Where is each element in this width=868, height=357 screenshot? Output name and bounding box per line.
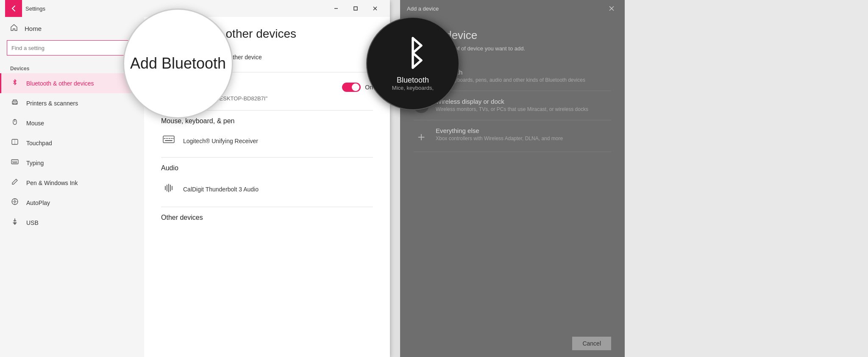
sidebar-item-touchpad-label: Touchpad (26, 140, 52, 147)
search-input[interactable] (7, 40, 137, 55)
dialog-zoom-sublabel: Mice, keyboards, (392, 85, 434, 91)
dialog-display-content: Wireless display or dock Wireless monito… (436, 98, 611, 112)
dialog-everything-title: Everything else (436, 127, 611, 134)
sidebar-item-touchpad[interactable]: Touchpad (0, 133, 144, 153)
usb-icon (10, 218, 19, 227)
autoplay-icon (10, 198, 19, 208)
svg-rect-21 (163, 136, 174, 143)
window-controls (326, 2, 385, 15)
dialog-zoom-content: Bluetooth Mice, keyboards, (392, 36, 434, 91)
svg-rect-12 (11, 160, 18, 164)
dialog-close-button[interactable] (605, 2, 618, 15)
dialog-title-bar: Add a device (400, 0, 625, 17)
audio-device-icon (161, 182, 176, 196)
sidebar-item-autoplay[interactable]: AutoPlay (0, 193, 144, 213)
dialog-bluetooth-desc: Mice, keyboards, pens, audio and other k… (436, 77, 611, 83)
svg-point-19 (14, 201, 16, 202)
mouse-icon (10, 118, 19, 128)
dialog-zoom-label: Bluetooth (392, 76, 434, 85)
keyboard-device-icon (161, 135, 176, 147)
sidebar-item-pen[interactable]: Pen & Windows Ink (0, 173, 144, 193)
back-button[interactable] (5, 0, 22, 17)
dialog-footer: Cancel (400, 330, 625, 357)
logitech-receiver-name: Logitech® Unifying Receiver (183, 138, 258, 144)
dialog-title-text: Add a device (407, 6, 439, 12)
dialog-everything-desc: Xbox controllers with Wireless Adapter, … (436, 136, 611, 141)
settings-window: Settings Home (0, 0, 390, 357)
bluetooth-toggle[interactable] (342, 83, 361, 92)
dialog-bluetooth-content: Bluetooth Mice, keyboards, pens, audio a… (436, 69, 611, 83)
mouse-section-title: Mouse, keyboard, & pen (161, 117, 373, 125)
sidebar-item-mouse-label: Mouse (26, 120, 44, 127)
svg-point-20 (14, 224, 16, 225)
caldigit-audio-name: CalDigit Thunderbolt 3 Audio (183, 186, 259, 193)
toggle-wrapper: On (342, 83, 373, 92)
sidebar-section-devices: Devices (0, 62, 144, 73)
maximize-button[interactable] (346, 2, 365, 15)
sidebar-item-pen-label: Pen & Windows Ink (26, 180, 78, 186)
divider-3 (161, 157, 373, 158)
svg-rect-7 (13, 103, 17, 104)
divider-4 (161, 207, 373, 207)
sidebar-item-printers-label: Printers & scanners (26, 100, 78, 107)
sidebar-item-bluetooth-label: Bluetooth & other devices (26, 80, 94, 87)
device-item-caldigit: CalDigit Thunderbolt 3 Audio (161, 179, 373, 200)
sidebar-item-printers[interactable]: Printers & scanners (0, 93, 144, 113)
sidebar-item-autoplay-label: AutoPlay (26, 199, 50, 206)
sidebar-item-bluetooth[interactable]: Bluetooth & other devices (0, 73, 144, 93)
bluetooth-icon (10, 78, 19, 88)
sidebar: Home Devices Bluetooth & other devices (0, 17, 144, 357)
dialog-plus-icon: ＋ (414, 129, 429, 145)
sidebar-search (7, 40, 137, 55)
zoom-bubble-text: Add Bluetooth (130, 55, 226, 72)
typing-icon (10, 158, 19, 168)
other-section-title: Other devices (161, 214, 373, 221)
sidebar-item-mouse[interactable]: Mouse (0, 113, 144, 133)
sidebar-item-home[interactable]: Home (0, 17, 144, 40)
zoom-bubble: Add Bluetooth (123, 8, 233, 119)
bluetooth-big-icon (392, 36, 434, 76)
dialog-option-everything-else[interactable]: ＋ Everything else Xbox controllers with … (414, 120, 611, 152)
cancel-button[interactable]: Cancel (572, 337, 611, 350)
audio-section-title: Audio (161, 164, 373, 172)
sidebar-item-typing-label: Typing (26, 160, 44, 166)
touchpad-icon (10, 138, 19, 148)
dialog-everything-content: Everything else Xbox controllers with Wi… (436, 127, 611, 141)
dialog-bluetooth-title: Bluetooth (436, 69, 611, 76)
device-item-logitech: Logitech® Unifying Receiver (161, 132, 373, 150)
minimize-button[interactable] (326, 2, 346, 15)
pen-icon (10, 178, 19, 188)
dialog-display-desc: Wireless monitors, TVs, or PCs that use … (436, 106, 611, 112)
home-icon (10, 24, 18, 33)
dialog-zoom-bubble: Bluetooth Mice, keyboards, (366, 17, 459, 110)
close-button[interactable] (365, 2, 385, 15)
svg-rect-1 (354, 7, 357, 10)
sidebar-item-typing[interactable]: Typing (0, 153, 144, 173)
add-device-dialog: Bluetooth Mice, keyboards, Add a device … (400, 0, 625, 357)
dialog-subtitle-kind: of device you want to add. (461, 45, 525, 52)
sidebar-item-usb[interactable]: USB (0, 213, 144, 232)
home-label: Home (25, 25, 42, 32)
sidebar-item-usb-label: USB (26, 219, 39, 226)
dialog-display-title: Wireless display or dock (436, 98, 611, 105)
printer-icon (10, 98, 19, 108)
